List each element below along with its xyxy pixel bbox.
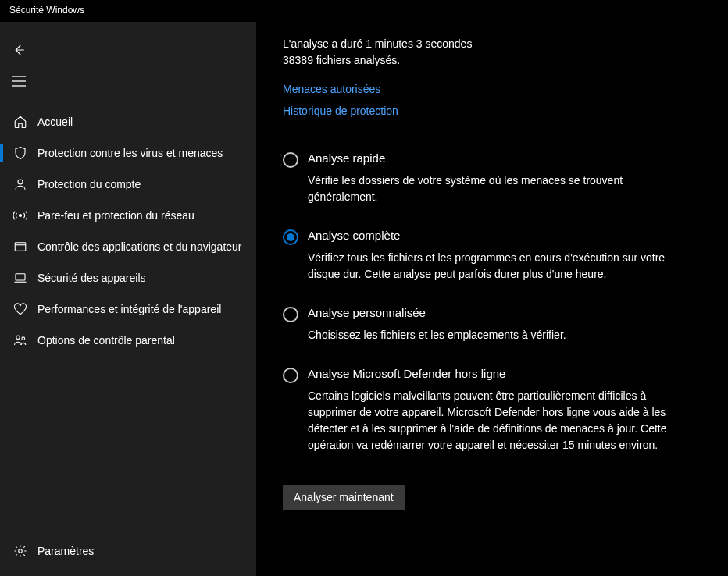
option-description: Choisissez les fichiers et les emplaceme… — [308, 327, 675, 343]
link-allowed-threats[interactable]: Menaces autorisées — [283, 83, 380, 95]
shield-icon — [3, 146, 37, 160]
link-protection-history[interactable]: Historique de protection — [283, 105, 398, 117]
sidebar-item-label: Accueil — [37, 116, 73, 128]
sidebar-nav: Accueil Protection contre les virus et m… — [0, 100, 256, 534]
sidebar-item-label: Contrôle des applications et du navigate… — [37, 240, 242, 253]
svg-point-3 — [18, 180, 23, 184]
sidebar-top — [0, 28, 256, 100]
svg-rect-7 — [16, 274, 25, 280]
svg-point-4 — [20, 215, 22, 217]
scan-now-button[interactable]: Analyser maintenant — [283, 485, 405, 510]
sidebar-item-label: Options de contrôle parental — [37, 334, 175, 347]
sidebar-item-label: Performances et intégrité de l'appareil — [37, 303, 221, 315]
sidebar-item-home[interactable]: Accueil — [0, 106, 256, 137]
files-scanned: 38389 fichiers analysés. — [283, 52, 697, 69]
svg-rect-5 — [15, 243, 26, 251]
sidebar-item-performance[interactable]: Performances et intégrité de l'appareil — [0, 293, 256, 325]
sidebar-item-label: Protection du compte — [37, 178, 141, 190]
sidebar-item-label: Sécurité des appareils — [37, 272, 146, 284]
heart-icon — [3, 302, 37, 316]
home-icon — [3, 115, 37, 129]
radio-option-custom-scan[interactable]: Analyse personnalisée Choisissez les fic… — [283, 306, 697, 343]
window-titlebar: Sécurité Windows — [0, 0, 728, 22]
gear-icon — [3, 544, 37, 558]
back-arrow-icon — [12, 43, 26, 57]
person-icon — [3, 177, 37, 191]
signal-icon — [3, 208, 37, 222]
radio-icon — [283, 152, 298, 168]
radio-icon — [283, 307, 298, 322]
radio-option-offline-scan[interactable]: Analyse Microsoft Defender hors ligne Ce… — [283, 367, 697, 453]
main-content: L'analyse a duré 1 minutes 3 secondes 38… — [256, 22, 728, 576]
hamburger-icon — [12, 76, 26, 87]
option-title: Analyse rapide — [308, 151, 697, 165]
svg-point-9 — [16, 336, 20, 340]
option-title: Analyse Microsoft Defender hors ligne — [308, 367, 697, 380]
scan-options: Analyse rapide Vérifie les dossiers de v… — [283, 151, 697, 510]
radio-option-full-scan[interactable]: Analyse complète Vérifiez tous les fichi… — [283, 229, 697, 283]
app-window-icon — [3, 240, 37, 254]
app-body: Accueil Protection contre les virus et m… — [0, 22, 728, 576]
radio-icon — [283, 229, 298, 245]
svg-point-10 — [22, 337, 25, 340]
radio-option-quick-scan[interactable]: Analyse rapide Vérifie les dossiers de v… — [283, 151, 697, 205]
sidebar-item-family[interactable]: Options de contrôle parental — [0, 325, 256, 356]
sidebar-bottom: Paramètres — [0, 534, 256, 576]
sidebar: Accueil Protection contre les virus et m… — [0, 22, 256, 576]
sidebar-item-virus-protection[interactable]: Protection contre les virus et menaces — [0, 137, 256, 169]
option-title: Analyse personnalisée — [308, 306, 697, 319]
hamburger-button[interactable] — [0, 66, 37, 97]
window-title: Sécurité Windows — [9, 5, 84, 16]
option-description: Vérifiez tous les fichiers et les progra… — [308, 250, 675, 283]
option-description: Certains logiciels malveillants peuvent … — [308, 388, 675, 453]
sidebar-item-account-protection[interactable]: Protection du compte — [0, 169, 256, 200]
back-button[interactable] — [0, 34, 37, 66]
option-title: Analyse complète — [308, 229, 697, 242]
scan-duration: L'analyse a duré 1 minutes 3 secondes — [283, 36, 697, 52]
device-icon — [3, 271, 37, 285]
sidebar-item-device-security[interactable]: Sécurité des appareils — [0, 262, 256, 293]
sidebar-item-label: Paramètres — [37, 545, 94, 557]
sidebar-item-settings[interactable]: Paramètres — [0, 534, 256, 568]
sidebar-item-firewall[interactable]: Pare-feu et protection du réseau — [0, 200, 256, 231]
sidebar-item-label: Protection contre les virus et menaces — [37, 147, 223, 159]
option-description: Vérifie les dossiers de votre système où… — [308, 172, 675, 205]
sidebar-item-app-control[interactable]: Contrôle des applications et du navigate… — [0, 231, 256, 262]
sidebar-item-label: Pare-feu et protection du réseau — [37, 209, 194, 222]
radio-icon — [283, 368, 298, 383]
svg-point-11 — [19, 549, 23, 553]
family-icon — [3, 333, 37, 347]
